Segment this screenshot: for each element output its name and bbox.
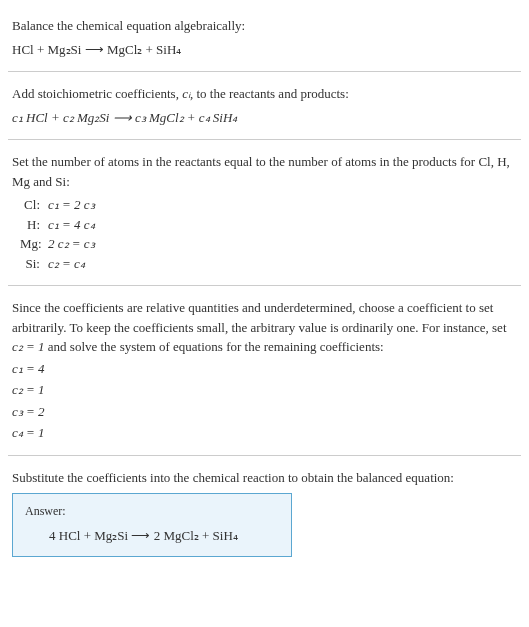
solve-text-2: and solve the system of equations for th… <box>45 339 384 354</box>
atom-equations: Cl: c₁ = 2 c₃ H: c₁ = 4 c₄ Mg: 2 c₂ = c₃… <box>20 195 517 273</box>
substitute-heading: Substitute the coefficients into the che… <box>12 468 517 488</box>
solve-text-1: Since the coefficients are relative quan… <box>12 300 507 335</box>
coeff-c2: c₂ = 1 <box>12 380 517 400</box>
unbalanced-equation: HCl + Mg₂Si ⟶ MgCl₂ + SiH₄ <box>12 40 517 60</box>
atom-equation: c₂ = c₄ <box>48 254 85 274</box>
section-atom-balance: Set the number of atoms in the reactants… <box>8 144 521 281</box>
coeff-c3: c₃ = 2 <box>12 402 517 422</box>
divider <box>8 455 521 456</box>
section-solve: Since the coefficients are relative quan… <box>8 290 521 451</box>
ci-symbol: cᵢ <box>182 86 190 101</box>
stoich-text: Add stoichiometric coefficients, cᵢ, to … <box>12 84 517 104</box>
atom-row-h: H: c₁ = 4 c₄ <box>20 215 517 235</box>
coeff-c1: c₁ = 4 <box>12 359 517 379</box>
heading-balance: Balance the chemical equation algebraica… <box>12 16 517 36</box>
atom-label: Si: <box>20 254 48 274</box>
divider <box>8 139 521 140</box>
atom-row-cl: Cl: c₁ = 2 c₃ <box>20 195 517 215</box>
divider <box>8 71 521 72</box>
atom-equation: c₁ = 4 c₄ <box>48 215 95 235</box>
atom-label: Cl: <box>20 195 48 215</box>
atom-label: H: <box>20 215 48 235</box>
stoich-text-after: , to the reactants and products: <box>190 86 349 101</box>
answer-box: Answer: 4 HCl + Mg₂Si ⟶ 2 MgCl₂ + SiH₄ <box>12 493 292 557</box>
section-balance-intro: Balance the chemical equation algebraica… <box>8 8 521 67</box>
atom-equation: 2 c₂ = c₃ <box>48 234 95 254</box>
atom-label: Mg: <box>20 234 48 254</box>
balanced-equation: 4 HCl + Mg₂Si ⟶ 2 MgCl₂ + SiH₄ <box>25 526 279 546</box>
set-value: c₂ = 1 <box>12 339 45 354</box>
stoich-text-before: Add stoichiometric coefficients, <box>12 86 182 101</box>
divider <box>8 285 521 286</box>
section-answer: Substitute the coefficients into the che… <box>8 460 521 565</box>
answer-label: Answer: <box>25 502 279 520</box>
section-stoichiometric: Add stoichiometric coefficients, cᵢ, to … <box>8 76 521 135</box>
coeff-c4: c₄ = 1 <box>12 423 517 443</box>
solve-text: Since the coefficients are relative quan… <box>12 298 517 357</box>
atom-row-mg: Mg: 2 c₂ = c₃ <box>20 234 517 254</box>
atom-row-si: Si: c₂ = c₄ <box>20 254 517 274</box>
atom-balance-heading: Set the number of atoms in the reactants… <box>12 152 517 191</box>
coeff-equation: c₁ HCl + c₂ Mg₂Si ⟶ c₃ MgCl₂ + c₄ SiH₄ <box>12 108 517 128</box>
atom-equation: c₁ = 2 c₃ <box>48 195 95 215</box>
